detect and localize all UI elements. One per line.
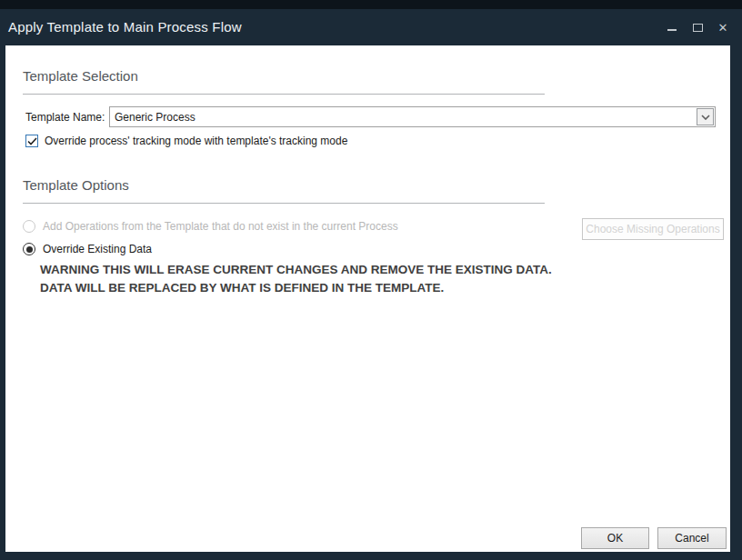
radio-unselected-icon	[23, 220, 35, 233]
warning-line-2: DATA WILL BE REPLACED BY WHAT IS DEFINED…	[40, 279, 552, 297]
ok-button[interactable]: OK	[581, 527, 649, 549]
dialog-window: Apply Template to Main Process Flow ✕ Te…	[0, 0, 742, 560]
dialog-content: Template Selection Template Name: Generi…	[5, 45, 730, 552]
minimize-button[interactable]	[666, 21, 678, 34]
window-title: Apply Template to Main Process Flow	[8, 19, 242, 35]
choose-missing-operations-button: Choose Missing Operations	[582, 218, 724, 240]
template-name-combobox[interactable]: Generic Process	[109, 106, 716, 127]
window-top-border	[0, 0, 742, 9]
combobox-dropdown-button[interactable]	[697, 108, 714, 125]
radio-dot	[26, 246, 33, 253]
warning-text: WARNING THIS WILL ERASE CURRENT CHANGES …	[40, 261, 552, 297]
chevron-down-icon	[701, 115, 710, 120]
template-name-label: Template Name:	[25, 111, 105, 124]
close-button[interactable]: ✕	[717, 21, 729, 34]
template-options-divider	[23, 203, 545, 204]
titlebar[interactable]: Apply Template to Main Process Flow ✕	[0, 9, 742, 45]
minimize-icon	[667, 29, 677, 31]
window-controls: ✕	[666, 9, 729, 45]
cancel-button[interactable]: Cancel	[657, 527, 727, 549]
override-existing-data-radio[interactable]: Override Existing Data	[23, 243, 152, 255]
maximize-icon	[693, 24, 703, 32]
check-icon	[27, 137, 37, 145]
override-existing-data-label: Override Existing Data	[43, 243, 152, 255]
template-options-heading: Template Options	[23, 177, 129, 193]
checkbox-checked-icon[interactable]	[25, 135, 38, 147]
add-operations-label: Add Operations from the Template that do…	[43, 220, 398, 233]
radio-selected-icon[interactable]	[23, 243, 35, 255]
template-selection-divider	[23, 94, 545, 95]
template-name-value: Generic Process	[110, 111, 696, 124]
override-tracking-checkbox[interactable]: Override process' tracking mode with tem…	[25, 135, 347, 147]
override-tracking-label: Override process' tracking mode with tem…	[45, 135, 347, 147]
close-icon: ✕	[718, 22, 728, 34]
maximize-button[interactable]	[691, 21, 704, 34]
template-selection-heading: Template Selection	[23, 68, 138, 84]
add-operations-radio: Add Operations from the Template that do…	[23, 220, 398, 233]
warning-line-1: WARNING THIS WILL ERASE CURRENT CHANGES …	[40, 261, 552, 279]
